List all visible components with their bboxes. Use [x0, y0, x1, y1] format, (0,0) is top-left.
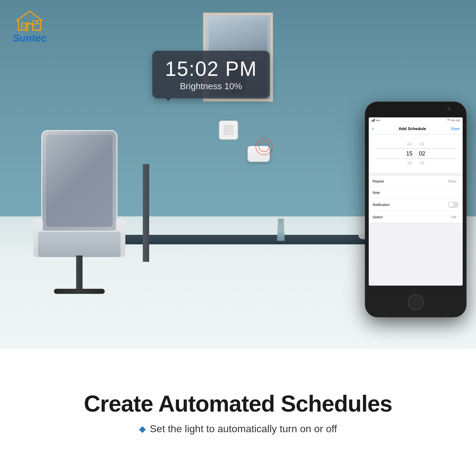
bullet-icon: ◆	[139, 424, 146, 434]
switch-value-area: ON ›	[451, 215, 459, 219]
signal-icon	[371, 119, 375, 122]
minute-selected: 02	[419, 149, 425, 159]
hour-selected: 15	[406, 149, 413, 159]
tooltip-brightness: Brightness 10%	[165, 81, 257, 91]
logo-text: Suntec	[13, 32, 47, 44]
back-button[interactable]: ‹	[372, 125, 374, 132]
repeat-label: Repeat	[373, 179, 384, 183]
office-chair	[24, 130, 135, 314]
notification-label: Notification	[373, 203, 390, 207]
bottom-section: Create Automated Schedules ◆ Set the lig…	[0, 349, 476, 476]
status-bar-left: WiFi	[371, 119, 380, 122]
save-button[interactable]: Save	[451, 127, 459, 131]
top-section: Suntec 15:02 PM Brightness 10%	[0, 0, 476, 349]
suntec-logo-icon	[15, 10, 44, 32]
status-bar: WiFi ⏰ 53% 3:03	[369, 117, 463, 123]
note-row[interactable]: Note ›	[369, 187, 463, 198]
phone-wrapper: WiFi ⏰ 53% 3:03 ‹ Add Schedule Save	[365, 102, 466, 317]
minute-picker-column[interactable]: 01 02 03	[419, 140, 425, 167]
settings-section: Repeat Once › Note ›	[369, 175, 463, 223]
page-title: Create Automated Schedules	[84, 391, 392, 417]
page-subtitle: ◆ Set the light to automatically turn on…	[139, 423, 337, 435]
hour-picker-column[interactable]: 14 15 16	[406, 140, 413, 167]
notification-toggle[interactable]	[448, 202, 459, 208]
toggle-knob	[449, 202, 454, 207]
hour-above: 14	[407, 140, 412, 148]
status-time: 3:03	[456, 119, 460, 122]
battery-level: 53%	[451, 119, 455, 122]
app-header: ‹ Add Schedule Save	[369, 123, 463, 135]
note-chevron-area: ›	[458, 190, 459, 195]
hour-below: 16	[407, 159, 412, 167]
tooltip-time: 15:02 PM	[165, 58, 257, 80]
repeat-value: Once	[448, 179, 456, 183]
switch-value: ON	[451, 215, 457, 219]
minute-above: 01	[420, 140, 424, 148]
time-tooltip: 15:02 PM Brightness 10%	[152, 51, 270, 98]
chair-base	[54, 289, 105, 294]
note-label: Note	[373, 191, 380, 195]
chair-seat	[38, 232, 121, 257]
app-screen: WiFi ⏰ 53% 3:03 ‹ Add Schedule Save	[369, 117, 463, 286]
switch-row[interactable]: Switch ON ›	[369, 211, 463, 223]
switch-label: Switch	[373, 215, 383, 219]
chair-back	[41, 130, 117, 232]
repeat-chevron: ›	[458, 179, 459, 183]
logo-area: Suntec	[13, 10, 47, 44]
phone-home-button[interactable]	[408, 294, 424, 310]
wifi-icon: WiFi	[376, 119, 380, 122]
repeat-row[interactable]: Repeat Once ›	[369, 175, 463, 187]
status-bar-right: ⏰ 53% 3:03	[447, 119, 460, 122]
alarm-icon: ⏰	[447, 119, 450, 122]
switch-chevron: ›	[458, 215, 459, 219]
minute-below: 03	[420, 159, 424, 167]
screen-title: Add Schedule	[399, 126, 426, 131]
phone-screen: WiFi ⏰ 53% 3:03 ‹ Add Schedule Save	[369, 117, 463, 286]
note-chevron: ›	[458, 190, 459, 195]
notification-toggle-area	[448, 202, 459, 208]
wifi-signal-rings	[257, 140, 273, 155]
desk-leg-left	[143, 164, 149, 262]
phone-device: WiFi ⏰ 53% 3:03 ‹ Add Schedule Save	[365, 102, 466, 317]
smart-switch	[219, 121, 238, 140]
phone-camera	[447, 107, 451, 110]
notification-row[interactable]: Notification	[369, 198, 463, 211]
repeat-value-area: Once ›	[448, 179, 459, 183]
subtitle-text: Set the light to automatically turn on o…	[150, 423, 337, 435]
time-picker[interactable]: 14 15 16 01 02 03	[369, 135, 463, 173]
chair-pole	[76, 255, 83, 294]
